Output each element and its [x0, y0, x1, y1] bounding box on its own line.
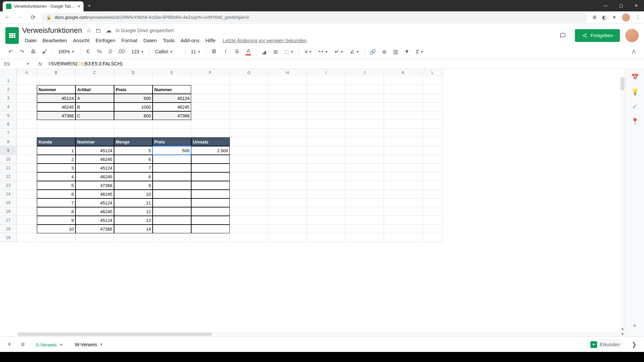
- cell[interactable]: [191, 198, 230, 207]
- vertical-scrollbar[interactable]: ▲ ▼: [620, 76, 625, 337]
- cell[interactable]: [191, 216, 230, 225]
- cell[interactable]: Kunde: [37, 137, 75, 146]
- cloud-icon[interactable]: ☁: [106, 27, 112, 34]
- close-window-button[interactable]: ✕: [629, 0, 644, 11]
- cell[interactable]: [307, 111, 345, 120]
- cell[interactable]: [191, 155, 230, 164]
- cell[interactable]: [153, 76, 191, 85]
- cell[interactable]: 46245: [75, 190, 114, 198]
- cell[interactable]: [345, 225, 384, 233]
- row-header[interactable]: 13: [0, 181, 16, 190]
- cell[interactable]: [307, 146, 345, 155]
- explore-button[interactable]: Erkunden: [585, 339, 625, 351]
- cell[interactable]: [423, 103, 443, 111]
- cell[interactable]: [17, 146, 37, 155]
- cell[interactable]: [191, 103, 230, 111]
- cell[interactable]: 10: [37, 225, 75, 233]
- cell[interactable]: [153, 233, 191, 242]
- cell[interactable]: [384, 198, 423, 207]
- cell[interactable]: [75, 233, 114, 242]
- cell[interactable]: [345, 198, 384, 207]
- cell[interactable]: Menge: [114, 137, 153, 146]
- cell[interactable]: [268, 225, 307, 233]
- formula-input[interactable]: =SVERWEIS(C9;B3:E5;3;FALSCH): [47, 61, 644, 67]
- cell[interactable]: [191, 111, 230, 120]
- all-sheets-button[interactable]: ≡: [17, 339, 28, 350]
- cell[interactable]: [423, 111, 443, 120]
- row-header[interactable]: 11: [0, 164, 16, 172]
- cell[interactable]: [345, 120, 384, 129]
- cell[interactable]: 45124: [75, 146, 114, 155]
- cell[interactable]: 9: [114, 181, 153, 190]
- show-side-panel-button[interactable]: ❯: [628, 339, 640, 351]
- cell[interactable]: Nummer: [153, 85, 191, 94]
- cell[interactable]: [307, 233, 345, 242]
- calendar-icon[interactable]: 📅: [631, 73, 639, 81]
- zoom-select[interactable]: 100%▼: [55, 49, 77, 54]
- cell[interactable]: [384, 94, 423, 103]
- row-header[interactable]: 2: [0, 85, 16, 94]
- cell[interactable]: 2.500: [191, 146, 230, 155]
- rotate-button[interactable]: ∠▼: [347, 49, 362, 54]
- column-header[interactable]: A: [17, 69, 37, 76]
- cell[interactable]: Umsatz: [191, 137, 230, 146]
- cell[interactable]: [75, 120, 114, 129]
- cell[interactable]: [384, 129, 423, 137]
- cell[interactable]: [191, 172, 230, 181]
- borders-button[interactable]: ⊞: [270, 47, 280, 57]
- fill-handle[interactable]: [190, 154, 191, 155]
- cell[interactable]: 46245: [75, 155, 114, 164]
- cell[interactable]: [114, 120, 153, 129]
- cell[interactable]: [345, 190, 384, 198]
- cell[interactable]: [384, 181, 423, 190]
- cell[interactable]: [307, 103, 345, 111]
- cell[interactable]: [307, 120, 345, 129]
- row-header[interactable]: 3: [0, 94, 16, 103]
- filter-button[interactable]: ▼: [402, 47, 412, 57]
- add-sheet-button[interactable]: +: [4, 339, 15, 350]
- menu-insert[interactable]: Einfügen: [93, 36, 118, 45]
- cell[interactable]: 3: [37, 164, 75, 172]
- cell[interactable]: 46245: [153, 103, 191, 111]
- cell[interactable]: [384, 207, 423, 216]
- cell[interactable]: [230, 190, 268, 198]
- cell[interactable]: [423, 85, 443, 94]
- cell[interactable]: 13: [114, 216, 153, 225]
- cell[interactable]: [268, 164, 307, 172]
- cell[interactable]: [268, 181, 307, 190]
- cell[interactable]: [423, 137, 443, 146]
- link-button[interactable]: 🔗: [368, 47, 378, 57]
- cell[interactable]: [423, 129, 443, 137]
- comment-button[interactable]: ⊕: [379, 47, 389, 57]
- cell[interactable]: [307, 155, 345, 164]
- row-header[interactable]: 14: [0, 190, 16, 198]
- cell[interactable]: [17, 85, 37, 94]
- cell[interactable]: [230, 94, 268, 103]
- toggle-icon[interactable]: ◐: [602, 14, 607, 20]
- cell[interactable]: [384, 164, 423, 172]
- cell[interactable]: [423, 233, 443, 242]
- cell[interactable]: [384, 120, 423, 129]
- text-color-button[interactable]: A: [243, 47, 253, 57]
- cell[interactable]: [268, 120, 307, 129]
- maps-icon[interactable]: 📍: [631, 117, 639, 125]
- cell[interactable]: [17, 190, 37, 198]
- cell[interactable]: [268, 146, 307, 155]
- extensions-icon[interactable]: ✦: [612, 14, 616, 20]
- cell[interactable]: [384, 103, 423, 111]
- cell[interactable]: [423, 76, 443, 85]
- cell[interactable]: [384, 76, 423, 85]
- cell[interactable]: [230, 85, 268, 94]
- share-button[interactable]: Freigeben: [575, 29, 620, 42]
- cell[interactable]: [423, 190, 443, 198]
- cell[interactable]: [153, 190, 191, 198]
- cell[interactable]: [230, 233, 268, 242]
- cell[interactable]: [153, 120, 191, 129]
- cell[interactable]: [345, 164, 384, 172]
- merge-cells-button[interactable]: ⬚▼: [282, 49, 296, 54]
- cell[interactable]: [153, 207, 191, 216]
- forward-button[interactable]: →: [16, 14, 24, 21]
- cell[interactable]: [230, 207, 268, 216]
- cell[interactable]: [345, 146, 384, 155]
- v-align-button[interactable]: ⭤▼: [316, 49, 331, 54]
